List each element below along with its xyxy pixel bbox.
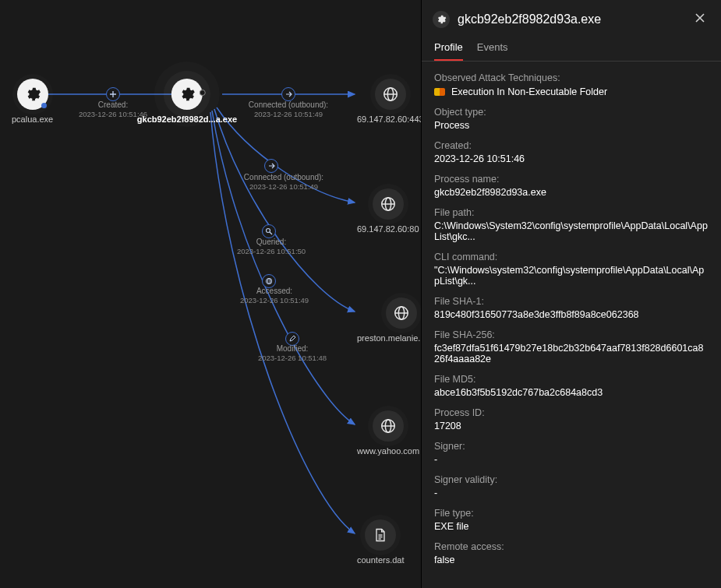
field-signer: Signer: - xyxy=(434,441,709,465)
edge-label: Modified: 2023-12-26 10:51:48 xyxy=(258,343,327,363)
field-created: Created: 2023-12-26 10:51:46 xyxy=(434,140,709,164)
tab-events[interactable]: Events xyxy=(477,41,508,61)
profile-fields: Observed Attack Techniques: Execution In… xyxy=(422,62,721,588)
close-button[interactable] xyxy=(690,8,710,30)
field-file-path: File path: C:\Windows\System32\config\sy… xyxy=(434,207,709,242)
svg-point-2 xyxy=(267,229,270,233)
edge-icon-accessed xyxy=(262,274,276,288)
globe-icon xyxy=(382,86,399,103)
node-ip-80[interactable]: 69.147.82.60:80 xyxy=(357,188,419,234)
svg-point-4 xyxy=(267,279,272,284)
field-remote-access: Remote access: false xyxy=(434,541,709,565)
panel-title: gkcb92eb2f8982d93a.exe xyxy=(458,12,682,26)
gear-icon xyxy=(178,86,196,103)
node-yahoo[interactable]: www.yahoo.com xyxy=(357,410,419,456)
severity-badge xyxy=(434,88,445,96)
expand-dot[interactable] xyxy=(200,90,206,96)
field-sha1: File SHA-1: 819c480f31650773a8e3de3ffb8f… xyxy=(434,296,709,320)
node-label: gkcb92eb2f8982d...a.exe xyxy=(137,114,237,124)
globe-icon xyxy=(380,417,397,435)
technique-link[interactable]: Execution In Non-Executable Folder xyxy=(451,86,607,97)
field-signer-validity: Signer validity: - xyxy=(434,474,709,498)
edge-icon-connected xyxy=(281,87,295,101)
field-sha256: File SHA-256: fc3ef87dfa51f61479b27e18bc… xyxy=(434,329,709,364)
close-icon xyxy=(694,12,705,23)
edge-icon-modified xyxy=(285,332,299,346)
field-process-name: Process name: gkcb92eb2f8982d93a.exe xyxy=(434,174,709,198)
node-label: 69.147.82.60:80 xyxy=(357,224,419,234)
field-cli-command: CLI command: "C:\Windows\system32\config… xyxy=(434,252,709,287)
panel-tabs: Profile Events xyxy=(422,33,721,62)
edge-label: Queried: 2023-12-26 10:51:50 xyxy=(237,237,306,256)
node-label: counters.dat xyxy=(357,555,405,565)
edge-label: Accessed: 2023-12-26 10:51:49 xyxy=(240,286,309,305)
field-observed-attack-techniques: Observed Attack Techniques: Execution In… xyxy=(434,72,709,97)
status-dot xyxy=(41,103,47,108)
gear-icon xyxy=(433,11,450,28)
field-file-type: File type: EXE file xyxy=(434,508,709,532)
process-graph[interactable]: Created: 2023-12-26 10:51:46 Connected (… xyxy=(0,0,421,588)
svg-line-3 xyxy=(270,232,272,234)
field-object-type: Object type: Process xyxy=(434,107,709,131)
node-counters-dat[interactable]: counters.dat xyxy=(357,519,405,565)
edge-icon-created xyxy=(106,87,120,101)
node-main-process[interactable]: gkcb92eb2f8982d...a.exe xyxy=(137,79,237,124)
edge-icon-queried xyxy=(262,224,276,238)
tab-profile[interactable]: Profile xyxy=(434,41,463,61)
details-panel: gkcb92eb2f8982d93a.exe Profile Events Ob… xyxy=(421,0,721,588)
edge-icon-connected xyxy=(264,159,278,173)
edge-label: Connected (outbound): 2023-12-26 10:51:4… xyxy=(244,172,323,192)
node-label: pcalua.exe xyxy=(12,114,53,124)
svg-point-5 xyxy=(268,279,270,284)
globe-icon xyxy=(393,305,410,322)
field-md5: File MD5: abce16b3f5b5192dc767ba2c684a8c… xyxy=(434,374,709,398)
panel-header: gkcb92eb2f8982d93a.exe xyxy=(422,0,721,33)
node-ip-443[interactable]: 69.147.82.60:443 xyxy=(357,79,424,124)
node-label: www.yahoo.com xyxy=(357,446,419,456)
gear-icon xyxy=(24,86,41,103)
edge-label: Connected (outbound): 2023-12-26 10:51:4… xyxy=(249,100,328,119)
globe-icon xyxy=(380,195,397,213)
file-icon xyxy=(373,527,388,543)
field-process-id: Process ID: 17208 xyxy=(434,407,709,431)
node-label: 69.147.82.60:443 xyxy=(357,114,424,124)
node-pcalua[interactable]: pcalua.exe xyxy=(12,79,53,124)
